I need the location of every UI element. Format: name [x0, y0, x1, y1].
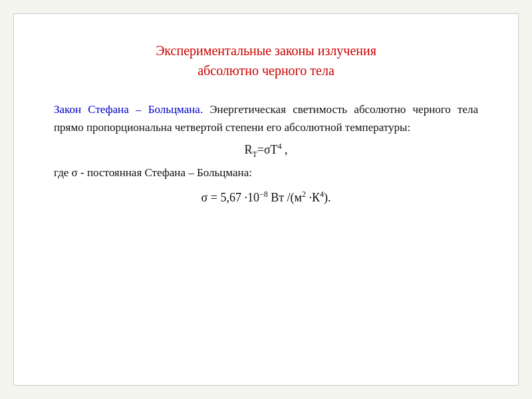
- where-line: где σ - постоянная Стефана – Больцмана:: [54, 164, 478, 182]
- law-paragraph: Закон Стефана – Больцмана. Энергетическа…: [54, 100, 478, 136]
- sigma-exp: −8: [259, 190, 268, 199]
- sigma-unit-vt: Вт /(м: [268, 191, 302, 204]
- sigma-formula-block: σ = 5,67 ·10−8 Вт /(м2 ·К4).: [54, 188, 478, 207]
- law-name: Закон Стефана – Больцмана.: [54, 103, 203, 116]
- sigma-dot-k: ·К: [306, 191, 320, 204]
- formula-equals: =σT: [257, 143, 278, 156]
- title-line-1: Экспериментальные законы излучения: [54, 41, 478, 61]
- rt-formula: RT=σT4 ,: [54, 140, 478, 161]
- formula-comma: ,: [282, 143, 288, 156]
- sigma-start: σ = 5,67 ·10: [201, 191, 259, 204]
- title-line-2: абсолютно черного тела: [54, 61, 478, 80]
- formula-sub-t: T: [252, 150, 257, 159]
- main-page: Экспериментальные законы излучения абсол…: [13, 13, 519, 386]
- sigma-close: ).: [324, 191, 331, 204]
- title-block: Экспериментальные законы излучения абсол…: [54, 41, 478, 80]
- formula-r: R: [244, 143, 252, 156]
- content-block: Закон Стефана – Больцмана. Энергетическа…: [54, 100, 478, 207]
- where-text: где σ - постоянная Стефана – Больцмана:: [54, 166, 252, 179]
